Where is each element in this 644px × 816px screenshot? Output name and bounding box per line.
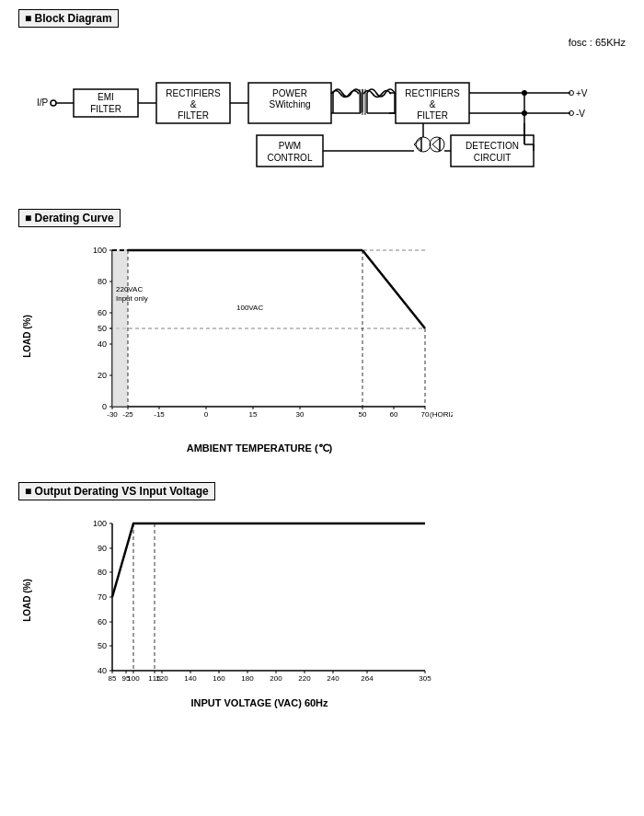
- derating-y-axis-label: LOAD (%): [22, 315, 32, 358]
- svg-text:60: 60: [98, 617, 107, 626]
- svg-text:PWM: PWM: [279, 141, 301, 151]
- svg-text:50: 50: [98, 641, 107, 650]
- svg-text:100: 100: [127, 674, 140, 683]
- derating-x-axis-label: AMBIENT TEMPERATURE (℃): [66, 442, 453, 454]
- svg-text:90: 90: [98, 544, 107, 553]
- svg-text:SWitching: SWitching: [269, 99, 310, 109]
- block-diagram: I/P EMI FILTER RECTIFIERS & FILTER POWER…: [28, 52, 616, 181]
- svg-text:0: 0: [204, 410, 209, 419]
- derating-curve-section: Derating Curve LOAD (%) 0: [18, 209, 626, 454]
- svg-text:220VAC: 220VAC: [116, 285, 143, 293]
- svg-text:80: 80: [98, 568, 107, 577]
- output-derating-chart: 40 50 60 70 80 90 100: [66, 510, 453, 694]
- block-diagram-title: Block Diagram: [18, 9, 119, 28]
- svg-text:70: 70: [98, 592, 107, 602]
- svg-text:-25: -25: [122, 410, 133, 419]
- svg-line-113: [362, 250, 425, 328]
- svg-text:60: 60: [98, 308, 107, 317]
- svg-text:-V: -V: [576, 109, 585, 119]
- svg-text:180: 180: [241, 674, 254, 683]
- svg-text:&: &: [430, 99, 436, 109]
- svg-text:85: 85: [109, 674, 117, 683]
- svg-text:305: 305: [419, 674, 431, 683]
- block-diagram-section: Block Diagram fosc : 65KHz I/P EMI FILTE…: [18, 9, 626, 181]
- svg-text:50: 50: [98, 324, 107, 333]
- output-derating-title: Output Derating VS Input Voltage: [18, 482, 215, 500]
- svg-text:FILTER: FILTER: [417, 110, 448, 121]
- svg-text:100: 100: [93, 246, 107, 255]
- svg-text:RECTIFIERS: RECTIFIERS: [166, 88, 221, 98]
- svg-text:240: 240: [327, 674, 339, 683]
- svg-text:50: 50: [359, 410, 367, 419]
- svg-text:60: 60: [390, 410, 398, 419]
- svg-text:40: 40: [98, 666, 107, 675]
- svg-text:FILTER: FILTER: [90, 104, 121, 114]
- svg-text:&: &: [190, 99, 197, 109]
- fosc-label: fosc : 65KHz: [18, 37, 626, 48]
- svg-text:POWER: POWER: [272, 88, 307, 98]
- ip-label: I/P: [37, 98, 49, 108]
- output-derating-section: Output Derating VS Input Voltage LOAD (%…: [18, 482, 626, 708]
- svg-text:Input only: Input only: [116, 294, 148, 303]
- svg-text:RECTIFIERS: RECTIFIERS: [405, 88, 460, 98]
- svg-text:(HORIZONTAL): (HORIZONTAL): [430, 410, 453, 419]
- svg-point-68: [416, 137, 431, 152]
- svg-text:-15: -15: [154, 410, 165, 419]
- svg-text:EMI: EMI: [98, 92, 114, 102]
- svg-text:100: 100: [93, 519, 107, 528]
- svg-text:15: 15: [249, 410, 258, 419]
- derating-chart: 0 20 40 50 60 80 100: [66, 236, 453, 439]
- svg-rect-110: [112, 250, 128, 407]
- svg-text:40: 40: [98, 339, 107, 349]
- output-derating-x-axis-label: INPUT VOLTAGE (VAC) 60Hz: [66, 697, 453, 708]
- svg-marker-66: [432, 138, 440, 151]
- svg-text:80: 80: [98, 277, 107, 286]
- svg-text:CONTROL: CONTROL: [268, 153, 313, 163]
- svg-text:140: 140: [184, 674, 197, 683]
- svg-text:-30: -30: [107, 410, 118, 419]
- svg-text:20: 20: [98, 371, 107, 380]
- derating-curve-title: Derating Curve: [18, 209, 121, 227]
- svg-text:30: 30: [296, 410, 305, 419]
- svg-text:200: 200: [270, 674, 282, 683]
- svg-text:DETECTION: DETECTION: [466, 141, 519, 151]
- svg-text:+V: +V: [576, 88, 588, 98]
- svg-text:160: 160: [213, 674, 225, 683]
- output-derating-y-axis-label: LOAD (%): [22, 579, 32, 622]
- svg-text:220: 220: [298, 674, 311, 683]
- svg-text:100VAC: 100VAC: [236, 304, 263, 312]
- svg-text:120: 120: [155, 674, 168, 683]
- svg-text:FILTER: FILTER: [178, 110, 209, 121]
- svg-text:264: 264: [361, 674, 374, 683]
- svg-point-0: [51, 100, 56, 106]
- svg-text:70: 70: [421, 410, 430, 419]
- svg-text:CIRCUIT: CIRCUIT: [474, 153, 512, 163]
